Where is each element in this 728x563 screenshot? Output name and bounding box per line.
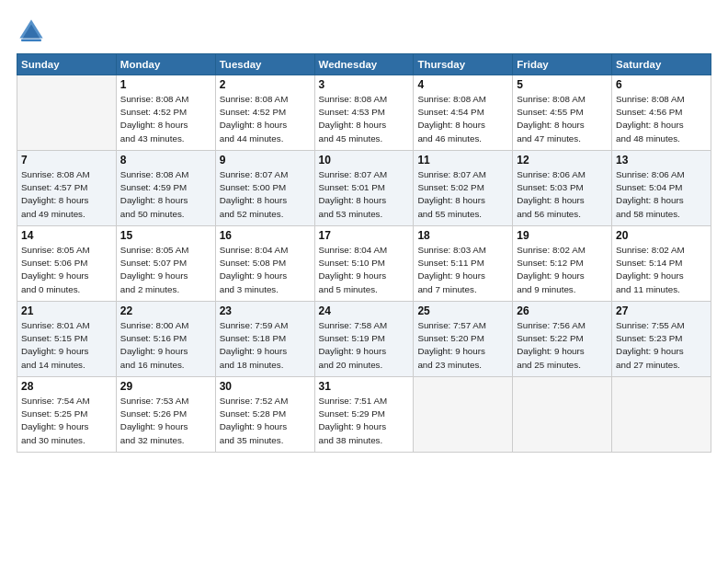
day-number: 7 — [21, 154, 112, 167]
day-info: Sunrise: 8:01 AMSunset: 5:15 PMDaylight:… — [21, 319, 112, 372]
calendar-cell: 17Sunrise: 8:04 AMSunset: 5:10 PMDayligh… — [314, 226, 414, 302]
weekday-header-row: SundayMondayTuesdayWednesdayThursdayFrid… — [17, 54, 711, 75]
day-info: Sunrise: 7:57 AMSunset: 5:20 PMDaylight:… — [417, 319, 508, 372]
day-info: Sunrise: 8:08 AMSunset: 4:54 PMDaylight:… — [417, 93, 508, 145]
day-info: Sunrise: 7:59 AMSunset: 5:18 PMDaylight:… — [220, 319, 311, 372]
day-number: 29 — [120, 380, 211, 393]
calendar-cell: 18Sunrise: 8:03 AMSunset: 5:11 PMDayligh… — [414, 226, 513, 302]
calendar-cell: 4Sunrise: 8:08 AMSunset: 4:54 PMDaylight… — [414, 75, 513, 151]
day-info: Sunrise: 8:03 AMSunset: 5:11 PMDaylight:… — [417, 244, 508, 296]
day-info: Sunrise: 8:04 AMSunset: 5:10 PMDaylight:… — [319, 244, 410, 296]
day-info: Sunrise: 8:02 AMSunset: 5:12 PMDaylight:… — [517, 244, 608, 296]
calendar-cell — [612, 377, 711, 453]
calendar-cell — [414, 377, 513, 453]
day-number: 4 — [417, 78, 508, 91]
weekday-header-monday: Monday — [116, 54, 215, 75]
day-info: Sunrise: 8:05 AMSunset: 5:06 PMDaylight:… — [21, 244, 112, 296]
day-number: 18 — [417, 229, 508, 242]
day-info: Sunrise: 7:58 AMSunset: 5:19 PMDaylight:… — [319, 319, 410, 372]
calendar-cell: 30Sunrise: 7:52 AMSunset: 5:28 PMDayligh… — [215, 377, 314, 453]
calendar-week-row: 1Sunrise: 8:08 AMSunset: 4:52 PMDaylight… — [17, 75, 711, 151]
day-number: 21 — [21, 304, 112, 317]
day-number: 11 — [417, 154, 508, 167]
calendar-cell: 23Sunrise: 7:59 AMSunset: 5:18 PMDayligh… — [215, 302, 314, 377]
day-info: Sunrise: 8:08 AMSunset: 4:55 PMDaylight:… — [517, 93, 608, 145]
day-info: Sunrise: 7:51 AMSunset: 5:29 PMDaylight:… — [319, 395, 410, 447]
day-info: Sunrise: 8:07 AMSunset: 5:01 PMDaylight:… — [319, 168, 410, 221]
calendar-table: SundayMondayTuesdayWednesdayThursdayFrid… — [17, 53, 711, 453]
day-number: 22 — [120, 304, 211, 317]
day-number: 13 — [616, 154, 707, 167]
calendar-cell — [513, 377, 612, 453]
calendar-cell: 19Sunrise: 8:02 AMSunset: 5:12 PMDayligh… — [513, 226, 612, 302]
day-info: Sunrise: 8:08 AMSunset: 4:52 PMDaylight:… — [220, 93, 311, 145]
day-info: Sunrise: 8:08 AMSunset: 4:52 PMDaylight:… — [120, 93, 211, 145]
day-number: 6 — [616, 78, 707, 91]
day-info: Sunrise: 7:55 AMSunset: 5:23 PMDaylight:… — [616, 319, 707, 372]
calendar-cell — [17, 75, 117, 151]
calendar-cell: 9Sunrise: 8:07 AMSunset: 5:00 PMDaylight… — [215, 151, 314, 226]
weekday-header-tuesday: Tuesday — [215, 54, 314, 75]
day-info: Sunrise: 8:08 AMSunset: 4:53 PMDaylight:… — [319, 93, 410, 145]
day-info: Sunrise: 8:08 AMSunset: 4:57 PMDaylight:… — [21, 168, 112, 221]
header — [17, 17, 711, 46]
day-info: Sunrise: 8:08 AMSunset: 4:59 PMDaylight:… — [120, 168, 211, 221]
day-number: 19 — [517, 229, 608, 242]
day-number: 3 — [319, 78, 410, 91]
day-number: 15 — [120, 229, 211, 242]
logo-icon — [17, 17, 46, 46]
day-number: 9 — [220, 154, 311, 167]
calendar-cell: 27Sunrise: 7:55 AMSunset: 5:23 PMDayligh… — [612, 302, 711, 377]
calendar-cell: 5Sunrise: 8:08 AMSunset: 4:55 PMDaylight… — [513, 75, 612, 151]
day-number: 10 — [319, 154, 410, 167]
day-number: 1 — [120, 78, 211, 91]
calendar-cell: 13Sunrise: 8:06 AMSunset: 5:04 PMDayligh… — [612, 151, 711, 226]
day-number: 20 — [616, 229, 707, 242]
calendar-week-row: 7Sunrise: 8:08 AMSunset: 4:57 PMDaylight… — [17, 151, 711, 226]
day-number: 23 — [220, 304, 311, 317]
day-info: Sunrise: 8:07 AMSunset: 5:02 PMDaylight:… — [417, 168, 508, 221]
day-info: Sunrise: 8:00 AMSunset: 5:16 PMDaylight:… — [120, 319, 211, 372]
calendar-cell: 14Sunrise: 8:05 AMSunset: 5:06 PMDayligh… — [17, 226, 117, 302]
calendar-cell: 28Sunrise: 7:54 AMSunset: 5:25 PMDayligh… — [17, 377, 117, 453]
calendar-cell: 24Sunrise: 7:58 AMSunset: 5:19 PMDayligh… — [314, 302, 414, 377]
day-info: Sunrise: 7:53 AMSunset: 5:26 PMDaylight:… — [120, 395, 211, 447]
calendar-cell: 10Sunrise: 8:07 AMSunset: 5:01 PMDayligh… — [314, 151, 414, 226]
day-info: Sunrise: 7:56 AMSunset: 5:22 PMDaylight:… — [517, 319, 608, 372]
day-number: 16 — [220, 229, 311, 242]
day-number: 28 — [21, 380, 112, 393]
calendar-cell: 21Sunrise: 8:01 AMSunset: 5:15 PMDayligh… — [17, 302, 117, 377]
calendar-cell: 2Sunrise: 8:08 AMSunset: 4:52 PMDaylight… — [215, 75, 314, 151]
day-number: 17 — [319, 229, 410, 242]
calendar-cell: 11Sunrise: 8:07 AMSunset: 5:02 PMDayligh… — [414, 151, 513, 226]
day-info: Sunrise: 8:08 AMSunset: 4:56 PMDaylight:… — [616, 93, 707, 145]
calendar-cell: 31Sunrise: 7:51 AMSunset: 5:29 PMDayligh… — [314, 377, 414, 453]
day-number: 31 — [319, 380, 410, 393]
day-number: 14 — [21, 229, 112, 242]
day-number: 5 — [517, 78, 608, 91]
calendar-week-row: 21Sunrise: 8:01 AMSunset: 5:15 PMDayligh… — [17, 302, 711, 377]
calendar-week-row: 28Sunrise: 7:54 AMSunset: 5:25 PMDayligh… — [17, 377, 711, 453]
day-number: 8 — [120, 154, 211, 167]
day-info: Sunrise: 8:02 AMSunset: 5:14 PMDaylight:… — [616, 244, 707, 296]
weekday-header-sunday: Sunday — [17, 54, 117, 75]
calendar-cell: 22Sunrise: 8:00 AMSunset: 5:16 PMDayligh… — [116, 302, 215, 377]
day-number: 12 — [517, 154, 608, 167]
calendar-cell: 1Sunrise: 8:08 AMSunset: 4:52 PMDaylight… — [116, 75, 215, 151]
day-info: Sunrise: 8:04 AMSunset: 5:08 PMDaylight:… — [220, 244, 311, 296]
svg-rect-2 — [21, 39, 41, 41]
calendar-week-row: 14Sunrise: 8:05 AMSunset: 5:06 PMDayligh… — [17, 226, 711, 302]
day-info: Sunrise: 7:54 AMSunset: 5:25 PMDaylight:… — [21, 395, 112, 447]
logo — [17, 17, 50, 46]
day-info: Sunrise: 8:06 AMSunset: 5:03 PMDaylight:… — [517, 168, 608, 221]
calendar-cell: 20Sunrise: 8:02 AMSunset: 5:14 PMDayligh… — [612, 226, 711, 302]
day-info: Sunrise: 8:07 AMSunset: 5:00 PMDaylight:… — [220, 168, 311, 221]
calendar-cell: 12Sunrise: 8:06 AMSunset: 5:03 PMDayligh… — [513, 151, 612, 226]
calendar-cell: 8Sunrise: 8:08 AMSunset: 4:59 PMDaylight… — [116, 151, 215, 226]
calendar-cell: 3Sunrise: 8:08 AMSunset: 4:53 PMDaylight… — [314, 75, 414, 151]
day-info: Sunrise: 8:06 AMSunset: 5:04 PMDaylight:… — [616, 168, 707, 221]
day-number: 25 — [417, 304, 508, 317]
day-number: 26 — [517, 304, 608, 317]
calendar-cell: 7Sunrise: 8:08 AMSunset: 4:57 PMDaylight… — [17, 151, 117, 226]
weekday-header-wednesday: Wednesday — [314, 54, 414, 75]
